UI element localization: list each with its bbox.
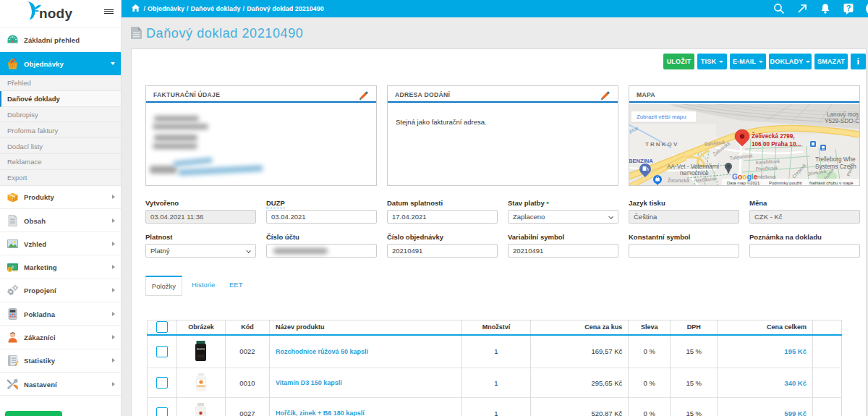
- svg-text:nemocnice: nemocnice: [680, 170, 709, 177]
- svg-text:g: g: [746, 173, 751, 181]
- svg-text:Žirovnická: Žirovnická: [668, 177, 689, 183]
- svg-text:Lanový mos: Lanový mos: [827, 111, 859, 118]
- svg-text:0: 0: [9, 267, 11, 271]
- svg-text:Nahlásit chybu v mapě: Nahlásit chybu v mapě: [809, 181, 854, 185]
- svg-text:BENZINA: BENZINA: [629, 158, 653, 164]
- svg-text:Želivecká 2799,: Želivecká 2799,: [752, 132, 795, 140]
- svg-text:G: G: [732, 173, 738, 181]
- svg-text:?: ?: [846, 4, 851, 12]
- svg-text:o: o: [738, 173, 742, 181]
- svg-text:Trelleborg Whe: Trelleborg Whe: [815, 156, 856, 163]
- svg-text:Data map ©2021: Data map ©2021: [727, 181, 760, 185]
- svg-text:Podmínky použití: Podmínky použití: [769, 181, 802, 185]
- svg-text:e: e: [754, 173, 758, 181]
- svg-text:106 00 Praha 10...: 106 00 Praha 10...: [752, 141, 801, 148]
- svg-text:ROZCH: ROZCH: [197, 348, 205, 351]
- svg-text:TRNKOV: TRNKOV: [645, 141, 678, 148]
- svg-text:Zobrazit větší mapu: Zobrazit větší mapu: [637, 114, 686, 120]
- svg-text:Y529-SDO-Č: Y529-SDO-Č: [825, 117, 859, 124]
- svg-text:o: o: [742, 173, 746, 181]
